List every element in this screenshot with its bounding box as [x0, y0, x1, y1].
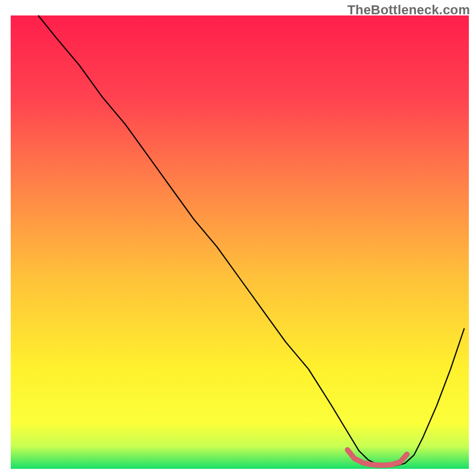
bottleneck-chart: [0, 0, 476, 476]
gradient-background: [11, 15, 469, 469]
chart-stage: TheBottleneck.com: [0, 0, 476, 476]
watermark-text: TheBottleneck.com: [347, 2, 470, 18]
